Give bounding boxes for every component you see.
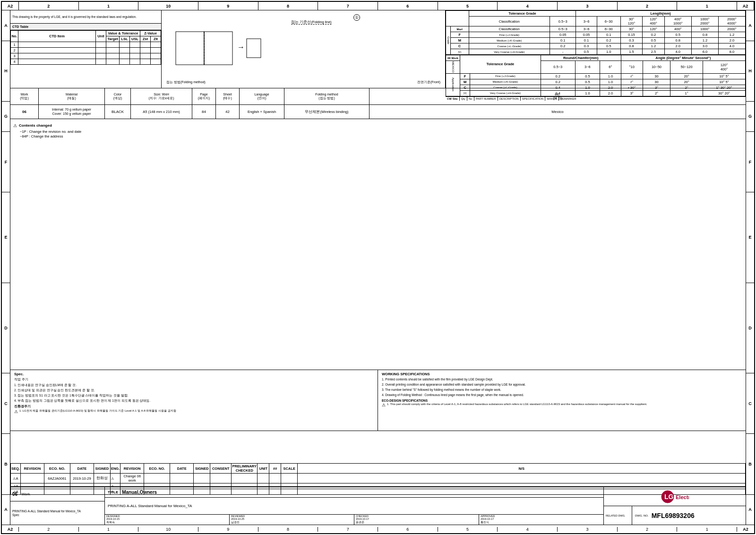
right-ruler-f: F <box>746 132 754 192</box>
rev-scale-1 <box>281 474 298 483</box>
contents-changed-title: Contents changed <box>19 123 52 128</box>
right-ruler-a2: A <box>746 495 754 525</box>
tol-m-4: 0.3 <box>620 38 643 43</box>
spec-korean: Spec. 작업 주기 1. 인쇄내용은 연구실 승인된LM에 준 할 것. 2… <box>10 370 378 431</box>
tol-c: C <box>451 43 469 49</box>
contents-changed-item-1: −1P : Change the revision no. and date <box>20 129 187 134</box>
tol-c-6: 2.0 <box>664 43 691 49</box>
approved-cell: APPROVED 2019-10-17 황진식 <box>479 515 603 525</box>
tol2-row-f: Application F Fine (+J-Grade) 0.2 0.5 1.… <box>446 73 746 79</box>
spec-area: Spec. 작업 주기 1. 인쇄내용은 연구실 승인된LM에 준 할 것. 2… <box>10 370 746 431</box>
dwg-no-row: DWG. NO. MFL69893206 <box>635 512 743 519</box>
designed-cell: DESIGNED 2019-10-15 최혜숙 <box>105 515 230 525</box>
tol-v-7: 6.0 <box>691 49 718 55</box>
ruler-1: 1 <box>79 2 139 10</box>
title-label: TITLE <box>108 490 118 494</box>
lg-logo-area: LG Electronics <box>604 487 746 506</box>
ctd-row-1: 1 <box>11 42 161 48</box>
usl-header: USL <box>130 36 140 42</box>
tol-v: (V) <box>451 49 469 55</box>
length-mm-label: Length(mm) <box>576 11 746 17</box>
tol-row-c: C Coarse (+L-Grade) 0.2 0.3 0.5 0.8 1.2 … <box>446 43 746 49</box>
dwg-no-cell: DWG. NO. MFL69893206 <box>632 506 746 525</box>
tol2-m-a1: r° <box>621 79 643 85</box>
contents-changed-header: ⚠ Contents changed <box>13 123 187 128</box>
work-header-row: Work (작업) Material (재질) Color (색상) Size:… <box>10 88 746 105</box>
no-header: No. <box>11 31 18 42</box>
checked-cell: CHECKED 2019-10-17 윤관준 <box>354 515 479 525</box>
tol-c-5: 1.2 <box>643 43 665 49</box>
env-label: 진환경주기 <box>14 405 374 409</box>
eco-no2-header: ECO. NO. <box>144 464 170 474</box>
svg-rect-4 <box>247 39 261 58</box>
rev-prelim-1 <box>232 474 258 483</box>
ruler-7: 7 <box>318 2 378 10</box>
tol-m-5: 0.5 <box>643 38 665 43</box>
folding-svg: → <box>171 27 266 74</box>
etc-label: etc. (비고) <box>553 93 562 101</box>
manual-title: Manual,Owners <box>122 490 157 495</box>
size-value-cell: A5 (148 mm x 210 mm) <box>131 105 192 119</box>
tol2-06work: 06 Work <box>446 55 460 61</box>
title-center-block: TITLE Manual,Owners PRINTING A-ALL Stand… <box>105 487 604 525</box>
bottom-title-block: 06 Work PRINTING A-ALL Standard Manual f… <box>10 487 746 525</box>
designer-name: 최혜숙 <box>106 520 228 525</box>
sheet-value-cell: 42 <box>216 105 240 119</box>
tol-marl-1: 0.5~3 <box>550 26 576 32</box>
tol-marl-7: 1000° <box>691 26 718 32</box>
right-title-block: LG Electronics RELATED DWG. DWG. NO. MFL <box>604 487 746 525</box>
left-ruler-e: E <box>2 192 10 283</box>
tol-marl-2: 3~6 <box>576 26 597 32</box>
spec-english: WORKING SPECIFICATIONS 1. Printed conten… <box>378 370 746 431</box>
tol-c-8: 4.0 <box>718 43 745 49</box>
material-value-cell: Internal: 70 g vellum paper Cover: 150 g… <box>39 105 105 119</box>
date2-header: DATE <box>170 464 194 474</box>
eco-no-header: ECO. NO. <box>44 464 70 474</box>
main-content: This drawing is the property of LGE, and… <box>10 10 746 525</box>
tol-grade-label <box>446 11 469 26</box>
revision-header-row: SEQ. REVISION ECO. NO. DATE SIGNED ENG. … <box>11 464 746 474</box>
tol-class-header2: 0.5~3 <box>550 17 576 26</box>
rev-hash-1 <box>269 474 281 483</box>
bot-ruler-2b: 2 <box>618 527 678 532</box>
reviewed-cell: REVIEWED 2019-10-25 남경진 <box>230 515 354 525</box>
svg-text:LG: LG <box>664 493 674 500</box>
working-spec-label: WORKING SPECIFICATIONS <box>382 372 742 376</box>
left-ruler-h: H <box>2 41 10 102</box>
right-ruler-e: E <box>746 192 754 283</box>
work-note-en-4: 4. Drawing of Folding Method : Continuou… <box>382 393 742 397</box>
ctd-table: No. CTD Item Unit Value & Tolerance Z-Va… <box>10 30 161 65</box>
tol-marl-8: 2000° <box>718 26 745 32</box>
related-dwg-label: RELATED DWG. <box>606 514 630 517</box>
tolerance-table-1: Tolerance Grade Length(mm) Classificatio… <box>446 10 746 55</box>
right-ruler-b: B <box>746 434 754 494</box>
tol-f-5: 0.2 <box>643 32 665 38</box>
dwg-info-row: RELATED DWG. DWG. NO. MFL69893206 <box>604 506 746 525</box>
bot-ruler-1b: 1 <box>677 527 737 532</box>
related-dwg-cell: RELATED DWG. <box>604 506 632 525</box>
rev-unit-1 <box>258 474 269 483</box>
tol-marl-3: 6~30 <box>597 26 620 32</box>
tol-m-7: 1.2 <box>691 38 718 43</box>
tol2-m-a4: 10° 5° <box>703 79 745 85</box>
tol2-a2: 10~50 <box>643 61 670 74</box>
ns2-header: N/S <box>298 464 746 474</box>
tol2-r1: 0.5~3 <box>541 61 575 74</box>
unit-header: Unit <box>96 31 106 42</box>
right-ruler-a: A <box>746 10 754 41</box>
tol2-f-class: Fine (+J-Grade) <box>470 73 541 79</box>
tol-marl: Marl <box>451 26 469 32</box>
rev-eco2-1 <box>144 474 170 483</box>
notice-text: This drawing is the property of LGE, and… <box>12 15 137 18</box>
consent-header: CONSENT <box>210 464 232 474</box>
ruler-10: 10 <box>138 2 198 10</box>
ruler-2: 2 <box>19 2 79 10</box>
tol-m-6: 0.8 <box>664 38 691 43</box>
bot-ruler-2: 2 <box>19 527 79 532</box>
ctd-row-4: 4 <box>11 59 161 65</box>
ruler-1b: 1 <box>677 2 737 10</box>
tol2-grade-title: Tolerance Grade <box>460 55 541 74</box>
tol2-f-r1: 0.2 <box>541 73 575 79</box>
revision-header: REVISION <box>20 464 44 474</box>
work-value-cell: 06 <box>10 105 39 119</box>
